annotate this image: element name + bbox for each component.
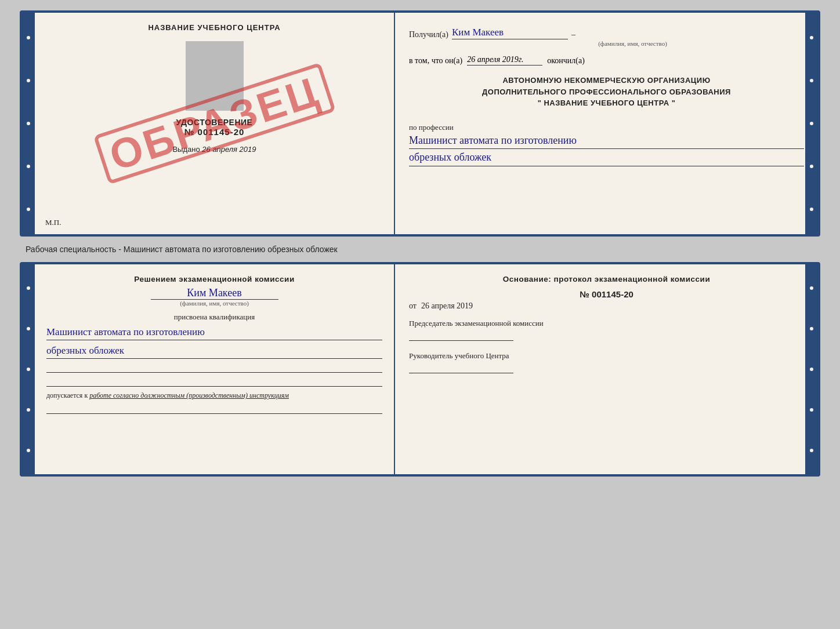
org-line1: АВТОНОМНУЮ НЕКОММЕРЧЕСКУЮ ОРГАНИЗАЦИЮ bbox=[409, 75, 804, 86]
profession-value-1: Машинист автомата по изготовлению bbox=[409, 132, 804, 150]
protocol-date-row: от 26 апреля 2019 bbox=[409, 301, 804, 311]
issued-label: Выдано bbox=[172, 145, 200, 154]
binding-right-bottom bbox=[805, 264, 818, 474]
middle-text: Рабочая специальность - Машинист автомат… bbox=[20, 242, 820, 256]
qualification-value-2: обрезных обложек bbox=[46, 343, 382, 359]
cert-number: № 001145-20 bbox=[184, 127, 245, 137]
recipient-section: Получил(а) Ким Макеев – (фамилия, имя, о… bbox=[409, 23, 804, 47]
head-label: Руководитель учебного Центра bbox=[409, 351, 804, 361]
qualification-label: присвоена квалификация bbox=[46, 312, 382, 322]
head-block: Руководитель учебного Центра bbox=[409, 351, 804, 373]
blank-line-1 bbox=[46, 362, 382, 373]
cert-photo bbox=[186, 41, 244, 111]
org-line3: " НАЗВАНИЕ УЧЕБНОГО ЦЕНТРА " bbox=[409, 97, 804, 109]
cert-issued: Выдано 26 апреля 2019 bbox=[172, 145, 256, 154]
issued-date: 26 апреля 2019 bbox=[202, 145, 256, 154]
chairman-signature-line bbox=[409, 330, 513, 341]
допуск-label: допускается к bbox=[46, 391, 88, 399]
cert-title: УДОСТОВЕРЕНИЕ bbox=[176, 118, 253, 127]
decision-text: Решением экзаменационной комиссии bbox=[46, 275, 382, 283]
signatory-name: Ким Макеев bbox=[151, 287, 278, 300]
mp-label: М.П. bbox=[45, 218, 61, 227]
recipient-row: Получил(а) Ким Макеев – bbox=[409, 27, 804, 39]
chairman-label: Председатель экзаменационной комиссии bbox=[409, 319, 804, 328]
profession-section: по профессии Машинист автомата по изгото… bbox=[409, 118, 804, 167]
binding-left bbox=[22, 13, 35, 234]
date-prefix: от bbox=[409, 301, 417, 311]
qualification-value-1: Машинист автомата по изготовлению bbox=[46, 324, 382, 340]
blank-line-2 bbox=[46, 376, 382, 387]
protocol-date-value: 26 апреля 2019 bbox=[421, 301, 473, 311]
допуск-value: работе согласно должностным (производств… bbox=[89, 391, 289, 399]
bottom-right-panel: Основание: протокол экзаменационной коми… bbox=[395, 264, 818, 474]
completed-label: окончил(а) bbox=[547, 56, 585, 66]
date-row: в том, что он(а) 26 апреля 2019г. окончи… bbox=[409, 55, 804, 66]
org-block: АВТОНОМНУЮ НЕКОММЕРЧЕСКУЮ ОРГАНИЗАЦИЮ ДО… bbox=[409, 75, 804, 109]
recipient-name: Ким Макеев bbox=[452, 27, 568, 39]
document-container: НАЗВАНИЕ УЧЕБНОГО ЦЕНТРА УДОСТОВЕРЕНИЕ №… bbox=[20, 10, 820, 477]
chairman-block: Председатель экзаменационной комиссии bbox=[409, 319, 804, 341]
blank-line-3 bbox=[46, 403, 382, 414]
school-name-top: НАЗВАНИЕ УЧЕБНОГО ЦЕНТРА bbox=[148, 23, 280, 32]
profession-value-2: обрезных обложек bbox=[409, 149, 804, 166]
top-document: НАЗВАНИЕ УЧЕБНОГО ЦЕНТРА УДОСТОВЕРЕНИЕ №… bbox=[20, 10, 820, 237]
protocol-number: № 001145-20 bbox=[409, 289, 804, 299]
bottom-document: Решением экзаменационной комиссии Ким Ма… bbox=[20, 262, 820, 477]
bottom-left-panel: Решением экзаменационной комиссии Ким Ма… bbox=[35, 264, 395, 474]
osnov-text: Основание: протокол экзаменационной коми… bbox=[409, 275, 804, 283]
completed-date: 26 апреля 2019г. bbox=[467, 55, 542, 66]
head-signature-line bbox=[409, 363, 513, 373]
top-left-panel: НАЗВАНИЕ УЧЕБНОГО ЦЕНТРА УДОСТОВЕРЕНИЕ №… bbox=[35, 13, 395, 234]
top-right-panel: Получил(а) Ким Макеев – (фамилия, имя, о… bbox=[395, 13, 818, 234]
org-line2: ДОПОЛНИТЕЛЬНОГО ПРОФЕССИОНАЛЬНОГО ОБРАЗО… bbox=[409, 86, 804, 98]
fio-subtitle-top: (фамилия, имя, отчество) bbox=[461, 40, 804, 47]
binding-right-top bbox=[805, 13, 818, 234]
profession-label: по профессии bbox=[409, 123, 804, 132]
in-that-label: в том, что он(а) bbox=[409, 56, 462, 66]
received-label: Получил(а) bbox=[409, 30, 448, 39]
binding-left-bottom bbox=[22, 264, 35, 474]
допуск-text: допускается к работе согласно должностны… bbox=[46, 391, 382, 400]
fio-label-bottom: (фамилия, имя, отчество) bbox=[46, 300, 382, 307]
